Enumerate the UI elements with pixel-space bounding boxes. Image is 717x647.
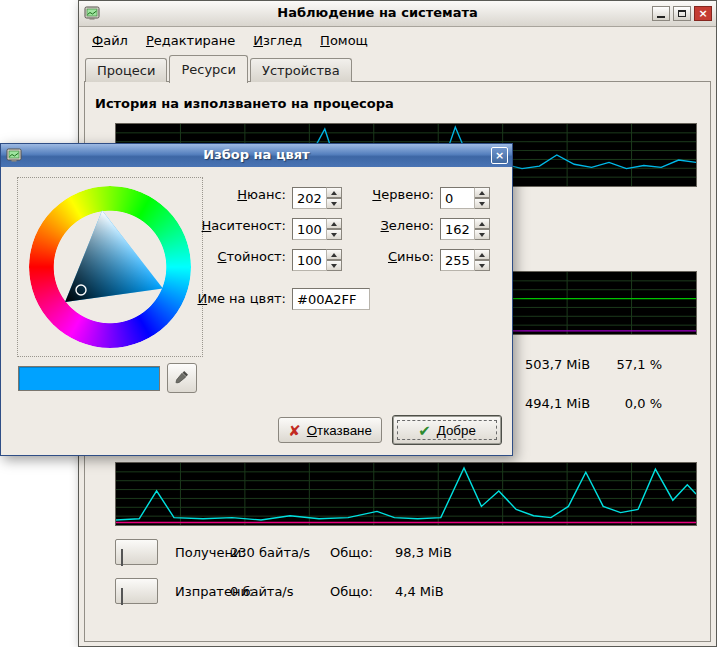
saturation-spin-up[interactable] — [327, 218, 342, 229]
main-titlebar[interactable]: Наблюдение на системата × — [79, 1, 716, 27]
spin-up-icon — [479, 191, 485, 195]
menu-bar: Файл Редактиране Изглед Помощ — [83, 28, 377, 52]
value-spinbutton — [292, 249, 342, 271]
ok-button[interactable]: ✔ Добре — [392, 415, 502, 445]
color-picker-dialog: Избор на цвят × — [0, 143, 513, 456]
blue-spinbutton — [440, 249, 490, 271]
blue-spin-down[interactable] — [475, 260, 490, 271]
ok-button-label: Добре — [437, 423, 476, 438]
value-input[interactable] — [292, 249, 327, 271]
spin-up-icon — [479, 253, 485, 257]
value-label: Стойност: — [217, 249, 286, 264]
red-label: Червено: — [372, 187, 434, 202]
blue-input[interactable] — [440, 249, 475, 271]
swap-amount: 494,1 MiB — [525, 396, 590, 411]
maximize-icon — [678, 10, 686, 17]
color-wheel-area — [17, 177, 203, 357]
window-title: Наблюдение на системата — [109, 5, 646, 20]
sent-total-label: Общо: — [330, 578, 373, 605]
green-label: Зелено: — [381, 218, 434, 233]
value-spin-up[interactable] — [327, 249, 342, 260]
spin-down-icon — [479, 264, 485, 268]
hue-input[interactable] — [292, 187, 327, 209]
dialog-close-icon: × — [495, 150, 504, 161]
color-preview — [18, 366, 160, 391]
maximize-button[interactable] — [673, 6, 691, 21]
tab-devices[interactable]: Устройства — [250, 58, 352, 82]
green-spin-up[interactable] — [475, 218, 490, 229]
eyedropper-icon — [174, 369, 190, 388]
hue-spinbutton — [292, 187, 342, 209]
sent-color-button[interactable] — [115, 578, 158, 604]
red-spin-up[interactable] — [475, 187, 490, 198]
spin-up-icon — [479, 222, 485, 226]
spin-down-icon — [331, 233, 337, 237]
memory-stat-row: 503,7 MiB 57,1 % — [525, 357, 590, 372]
spin-down-icon — [331, 202, 337, 206]
sent-rate: 0 байта/s — [230, 578, 294, 605]
ok-icon: ✔ — [418, 423, 431, 438]
received-color-swatch — [121, 549, 123, 566]
close-button[interactable]: × — [694, 6, 712, 21]
hue-label: Нюанс: — [237, 187, 286, 202]
menu-help[interactable]: Помощ — [311, 30, 377, 51]
red-input[interactable] — [440, 187, 475, 209]
spin-up-icon — [331, 222, 337, 226]
dialog-icon — [6, 147, 22, 163]
received-total: 98,3 MiB — [395, 539, 452, 566]
sent-color-swatch — [121, 588, 123, 605]
network-history-chart — [115, 462, 697, 526]
value-spin-down[interactable] — [327, 260, 342, 271]
menu-edit[interactable]: Редактиране — [137, 30, 244, 51]
spin-up-icon — [331, 191, 337, 195]
red-spinbutton — [440, 187, 490, 209]
received-total-label: Общо: — [330, 539, 373, 566]
system-monitor-icon — [84, 5, 100, 21]
blue-spin-up[interactable] — [475, 249, 490, 260]
color-wheel[interactable] — [29, 186, 191, 348]
tab-processes[interactable]: Процеси — [85, 58, 167, 82]
spin-up-icon — [331, 253, 337, 257]
cancel-icon: ✘ — [288, 423, 301, 438]
hue-spin-up[interactable] — [327, 187, 342, 198]
spin-down-icon — [479, 202, 485, 206]
menu-view[interactable]: Изглед — [244, 30, 311, 51]
minimize-button[interactable] — [652, 6, 670, 21]
memory-amount: 503,7 MiB — [525, 357, 590, 372]
menu-file[interactable]: Файл — [83, 30, 137, 51]
green-spin-down[interactable] — [475, 229, 490, 240]
hue-spin-down[interactable] — [327, 198, 342, 209]
close-icon: × — [698, 8, 707, 19]
cancel-button-label: Отказване — [307, 423, 372, 438]
green-input[interactable] — [440, 218, 475, 240]
saturation-spinbutton — [292, 218, 342, 240]
dialog-titlebar[interactable]: Избор на цвят × — [1, 144, 512, 167]
eyedropper-button[interactable] — [167, 363, 197, 393]
blue-label: Синьо: — [388, 249, 434, 264]
swap-stat-row: 494,1 MiB 0,0 % — [525, 396, 590, 411]
color-name-input[interactable] — [292, 288, 370, 310]
cpu-history-title: История на използването на процесора — [95, 96, 394, 111]
spin-down-icon — [479, 233, 485, 237]
color-name-label: Име на цвят: — [197, 291, 286, 306]
saturation-spin-down[interactable] — [327, 229, 342, 240]
spin-down-icon — [331, 264, 337, 268]
received-rate: 230 байта/s — [230, 539, 310, 566]
swap-percent: 0,0 % — [590, 396, 662, 411]
sent-total: 4,4 MiB — [395, 578, 444, 605]
green-spinbutton — [440, 218, 490, 240]
received-color-button[interactable] — [115, 539, 158, 565]
notebook-tabs: Процеси Ресурси Устройства — [85, 56, 354, 82]
red-spin-down[interactable] — [475, 198, 490, 209]
cancel-button[interactable]: ✘ Отказване — [278, 417, 382, 443]
memory-percent: 57,1 % — [590, 357, 662, 372]
tab-resources[interactable]: Ресурси — [169, 55, 248, 83]
dialog-title: Избор на цвят — [31, 147, 482, 162]
dialog-close-button[interactable]: × — [491, 147, 508, 164]
saturation-input[interactable] — [292, 218, 327, 240]
hsv-triangle[interactable] — [29, 186, 191, 348]
minimize-icon — [657, 16, 665, 18]
saturation-label: Наситеност: — [202, 218, 286, 233]
